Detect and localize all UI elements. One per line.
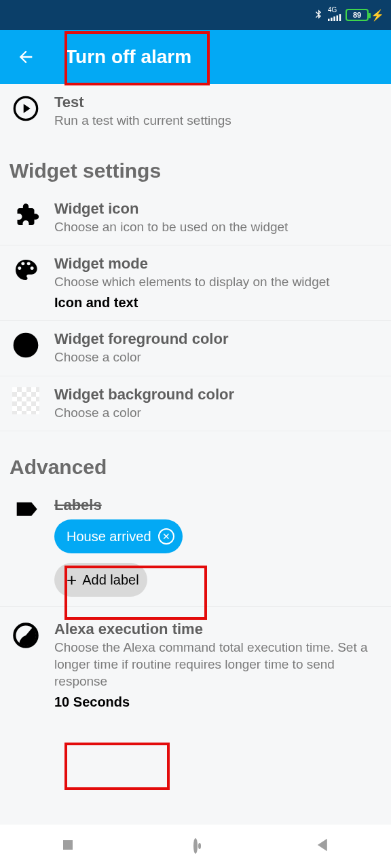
label-chip[interactable]: House arrived ✕ (54, 519, 183, 553)
puzzle-icon (12, 201, 39, 231)
palette-icon (12, 256, 39, 286)
setting-title: Widget icon (54, 200, 379, 218)
setting-widget-foreground-color[interactable]: Widget foreground color Choose a color (0, 321, 391, 376)
setting-subtitle: Run a test with current settings (54, 113, 379, 130)
setting-test[interactable]: Test Run a test with current settings (0, 84, 391, 139)
app-bar: Turn off alarm (0, 30, 391, 84)
svg-rect-0 (328, 19, 330, 21)
network-indicator: 4G (328, 7, 341, 23)
section-header-advanced: Advanced (0, 431, 391, 487)
status-bar: 4G 89 ⚡ (0, 0, 391, 30)
add-label-button[interactable]: + Add label (54, 563, 147, 597)
svg-point-6 (14, 333, 39, 358)
setting-subtitle: Choose which elements to display on the … (54, 274, 379, 291)
remove-chip-icon[interactable]: ✕ (158, 528, 174, 545)
svg-rect-8 (63, 840, 73, 850)
page-title: Turn off alarm (57, 34, 200, 80)
setting-widget-mode[interactable]: Widget mode Choose which elements to dis… (0, 245, 391, 321)
back-button[interactable] (12, 43, 39, 71)
play-icon (12, 95, 39, 125)
section-header-widget: Widget settings (0, 139, 391, 191)
setting-widget-background-color[interactable]: Widget background color Choose a color (0, 376, 391, 432)
setting-value: Icon and text (54, 295, 379, 311)
system-back-button[interactable] (314, 835, 333, 857)
label-chip-text: House arrived (67, 529, 151, 545)
svg-rect-2 (333, 16, 335, 21)
charging-icon: ⚡ (371, 9, 384, 22)
setting-subtitle: Choose a color (54, 349, 379, 366)
timer-icon (12, 622, 39, 652)
setting-alexa-execution-time[interactable]: Alexa execution time Choose the Alexa co… (0, 607, 391, 719)
battery-indicator: 89 ⚡ (346, 9, 384, 22)
transparent-swatch-icon (12, 387, 39, 414)
setting-title: Alexa execution time (54, 620, 379, 638)
svg-rect-4 (339, 14, 341, 21)
system-nav-bar (0, 825, 391, 868)
setting-title: Widget background color (54, 386, 379, 403)
tag-icon (12, 498, 39, 528)
setting-title: Labels (54, 496, 379, 514)
setting-subtitle: Choose the Alexa command total execution… (54, 639, 379, 690)
highlight-box (64, 743, 170, 790)
setting-title: Widget mode (54, 255, 379, 273)
setting-widget-icon[interactable]: Widget icon Choose an icon to be used on… (0, 191, 391, 246)
plus-icon: + (67, 570, 77, 591)
setting-subtitle: Choose an icon to be used on the widget (54, 219, 379, 236)
setting-value: 10 Seconds (54, 694, 379, 710)
setting-subtitle: Choose a color (54, 405, 379, 422)
home-button[interactable] (193, 840, 198, 852)
settings-list: Test Run a test with current settings Wi… (0, 84, 391, 719)
bluetooth-icon (313, 7, 324, 23)
svg-rect-1 (331, 18, 333, 21)
add-label-text: Add label (82, 572, 138, 588)
setting-labels[interactable]: Labels House arrived ✕ + Add label (0, 487, 391, 607)
setting-title: Widget foreground color (54, 330, 379, 348)
svg-rect-3 (337, 16, 339, 21)
setting-title: Test (54, 94, 379, 111)
color-swatch-icon (12, 332, 39, 361)
recent-apps-button[interactable] (58, 835, 77, 857)
